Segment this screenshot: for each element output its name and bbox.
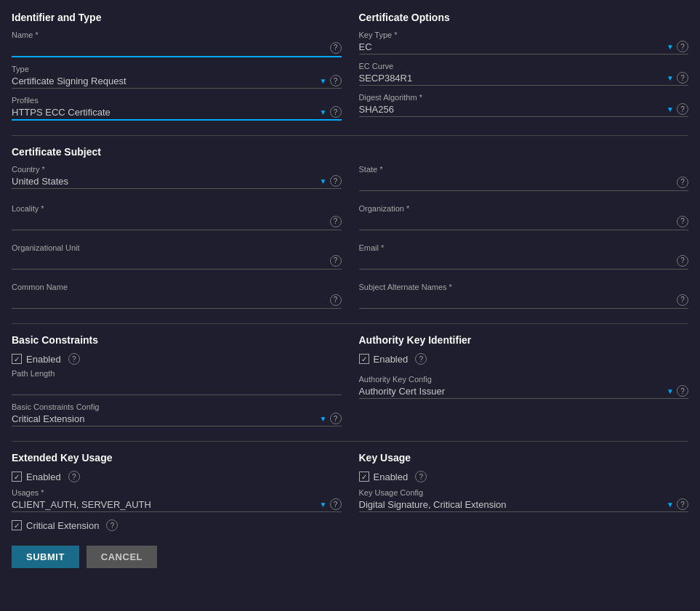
- authority-key-config-value: Authority Cert Issuer: [359, 386, 666, 397]
- authority-key-config-help-icon[interactable]: ?: [677, 385, 688, 397]
- ku-enabled-row: Enabled ?: [359, 471, 689, 482]
- profiles-label: Profiles: [12, 96, 342, 105]
- email-input[interactable]: [359, 254, 675, 267]
- name-input[interactable]: [12, 41, 327, 54]
- basic-constraints-enabled-help-icon[interactable]: ?: [68, 353, 80, 365]
- button-row: SUBMIT CANCEL: [12, 546, 688, 568]
- san-label: Subject Alternate Names *: [359, 283, 689, 291]
- san-input[interactable]: [359, 293, 675, 307]
- submit-button[interactable]: SUBMIT: [12, 546, 79, 568]
- critical-extension-field-row: Critical Extension ▼ ?: [12, 413, 342, 426]
- authority-key-title: Authority Key Identifier: [359, 334, 689, 346]
- eku-enabled-checkbox[interactable]: [12, 472, 22, 482]
- eku-critical-ext-label: Critical Extension: [26, 520, 99, 531]
- state-input[interactable]: [359, 175, 675, 189]
- authority-key-config-field-row: Authority Cert Issuer ▼ ?: [359, 385, 689, 399]
- usages-field-row: CLIENT_AUTH, SERVER_AUTH ▼ ?: [12, 498, 342, 512]
- locality-help-icon[interactable]: ?: [330, 216, 342, 227]
- basic-constraints-enabled-label: Enabled: [26, 354, 61, 365]
- name-field-row: ?: [12, 41, 342, 57]
- digest-algorithm-dropdown-arrow[interactable]: ▼: [667, 105, 674, 113]
- org-unit-help-icon[interactable]: ?: [330, 255, 342, 267]
- san-help-icon[interactable]: ?: [677, 294, 688, 306]
- type-help-icon[interactable]: ?: [330, 75, 342, 86]
- locality-label: Locality *: [12, 204, 342, 213]
- country-label: Country *: [12, 165, 342, 174]
- ku-enabled-checkbox[interactable]: [359, 472, 369, 482]
- critical-extension-dropdown-arrow[interactable]: ▼: [320, 415, 327, 423]
- profiles-value: HTTPS ECC Certificate: [12, 107, 318, 118]
- common-name-help-icon[interactable]: ?: [330, 294, 342, 306]
- usages-value: CLIENT_AUTH, SERVER_AUTH: [12, 499, 318, 510]
- basic-constraints-title: Basic Constraints: [12, 334, 342, 346]
- common-name-input[interactable]: [12, 293, 327, 307]
- state-help-icon[interactable]: ?: [677, 177, 688, 188]
- organization-field-row: ?: [359, 214, 689, 230]
- authority-key-enabled-help-icon[interactable]: ?: [415, 353, 427, 365]
- certificate-subject-title: Certificate Subject: [12, 146, 688, 158]
- email-label: Email *: [359, 243, 689, 252]
- usages-help-icon[interactable]: ?: [330, 498, 342, 510]
- key-type-dropdown-arrow[interactable]: ▼: [667, 43, 674, 51]
- digest-algorithm-help-icon[interactable]: ?: [677, 103, 688, 115]
- key-usage-config-help-icon[interactable]: ?: [677, 498, 688, 510]
- name-help-icon[interactable]: ?: [330, 42, 342, 54]
- cancel-button[interactable]: CANCEL: [87, 546, 157, 568]
- key-type-value: EC: [359, 41, 666, 52]
- eku-enabled-label: Enabled: [26, 472, 61, 482]
- email-help-icon[interactable]: ?: [677, 255, 688, 267]
- ec-curve-help-icon[interactable]: ?: [677, 72, 688, 84]
- profiles-help-icon[interactable]: ?: [330, 106, 342, 118]
- locality-input[interactable]: [12, 214, 327, 228]
- ku-enabled-help-icon[interactable]: ?: [415, 471, 427, 482]
- critical-extension-value: Critical Extension: [12, 413, 318, 424]
- path-length-input[interactable]: [12, 379, 342, 393]
- key-type-field-row: EC ▼ ?: [359, 41, 689, 54]
- type-value: Certificate Signing Request: [12, 76, 318, 86]
- eku-enabled-row: Enabled ?: [12, 471, 342, 482]
- basic-constraints-config-label: Basic Constraints Config: [12, 402, 342, 411]
- common-name-field-row: ?: [12, 293, 342, 309]
- profiles-field-row: HTTPS ECC Certificate ▼ ?: [12, 106, 342, 121]
- key-usage-config-label: Key Usage Config: [359, 488, 689, 497]
- ec-curve-field-row: SECP384R1 ▼ ?: [359, 72, 689, 86]
- name-label: Name *: [12, 31, 342, 39]
- authority-key-enabled-checkbox[interactable]: [359, 354, 369, 364]
- basic-constraints-enabled-checkbox[interactable]: [12, 354, 22, 364]
- eku-critical-ext-checkbox[interactable]: [12, 520, 22, 530]
- extended-key-usage-title: Extended Key Usage: [12, 452, 342, 464]
- key-usage-config-dropdown-arrow[interactable]: ▼: [667, 501, 674, 509]
- authority-key-enabled-row: Enabled ?: [359, 353, 689, 365]
- digest-algorithm-value: SHA256: [359, 104, 666, 115]
- key-type-help-icon[interactable]: ?: [677, 41, 688, 52]
- digest-algorithm-label: Digest Algorithm *: [359, 93, 689, 102]
- organization-input[interactable]: [359, 214, 675, 228]
- usages-dropdown-arrow[interactable]: ▼: [320, 501, 327, 509]
- digest-algorithm-field-row: SHA256 ▼ ?: [359, 103, 689, 117]
- eku-enabled-help-icon[interactable]: ?: [68, 471, 80, 482]
- country-value: United States: [12, 176, 318, 187]
- org-unit-field-row: ?: [12, 254, 342, 270]
- profiles-dropdown-arrow[interactable]: ▼: [320, 108, 327, 116]
- country-dropdown-arrow[interactable]: ▼: [320, 177, 327, 185]
- type-label: Type: [12, 65, 342, 73]
- certificate-options-title: Certificate Options: [359, 12, 689, 23]
- state-label: State *: [359, 165, 689, 174]
- authority-key-enabled-label: Enabled: [374, 354, 409, 365]
- key-type-label: Key Type *: [359, 31, 689, 39]
- organization-label: Organization *: [359, 204, 689, 213]
- type-dropdown-arrow[interactable]: ▼: [320, 77, 327, 85]
- identifier-type-title: Identifier and Type: [12, 12, 342, 23]
- eku-critical-ext-help-icon[interactable]: ?: [106, 519, 118, 531]
- org-unit-label: Organizational Unit: [12, 243, 342, 252]
- critical-extension-help-icon[interactable]: ?: [330, 413, 342, 424]
- organization-help-icon[interactable]: ?: [677, 216, 688, 227]
- ec-curve-value: SECP384R1: [359, 73, 666, 84]
- country-help-icon[interactable]: ?: [330, 175, 342, 187]
- eku-critical-ext-row: Critical Extension ?: [12, 519, 342, 531]
- ec-curve-dropdown-arrow[interactable]: ▼: [667, 74, 674, 82]
- usages-label: Usages *: [12, 488, 342, 497]
- common-name-label: Common Name: [12, 283, 342, 291]
- org-unit-input[interactable]: [12, 254, 327, 267]
- authority-key-config-dropdown-arrow[interactable]: ▼: [667, 387, 674, 395]
